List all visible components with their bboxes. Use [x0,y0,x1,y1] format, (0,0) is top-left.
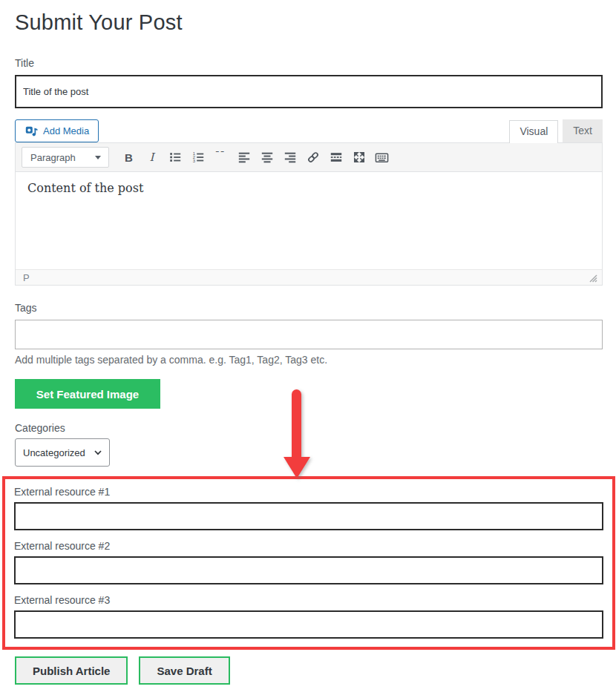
save-draft-button[interactable]: Save Draft [139,656,229,685]
publish-article-button[interactable]: Publish Article [15,656,128,685]
insert-link-button[interactable] [302,148,324,167]
external-resource-3-label: External resource #3 [14,594,603,606]
editor-mode-tabs: Visual Text [509,119,603,142]
bold-icon: B [125,151,133,164]
add-media-button[interactable]: Add Media [15,119,99,142]
numbered-list-button[interactable]: 1 2 3 [187,148,209,167]
resize-grabber-icon[interactable] [588,273,597,283]
paragraph-format-label: Paragraph [30,152,76,163]
post-title-input[interactable] [15,75,603,108]
external-resource-1-label: External resource #1 [14,486,603,498]
svg-text:3: 3 [192,159,194,163]
dropdown-caret-icon [94,154,102,161]
fullscreen-icon [353,151,366,164]
annotation-arrow-icon [283,389,310,478]
add-media-label: Add Media [43,125,89,136]
external-resources-highlight-box: External resource #1 External resource #… [2,476,615,650]
blockquote-icon: “ [214,151,227,163]
more-tag-icon [330,151,343,164]
more-tag-button[interactable] [325,148,347,167]
media-icon [24,125,38,138]
italic-icon: I [150,151,154,164]
tags-label: Tags [15,302,603,314]
keyboard-shortcuts-button[interactable] [371,148,393,167]
align-center-button[interactable] [256,148,278,167]
tags-input[interactable] [15,320,603,349]
page-title: Submit Your Post [15,10,603,35]
title-label: Title [15,57,603,69]
editor-toolbar: Paragraph B I 1 2 [16,143,602,172]
tab-visual[interactable]: Visual [509,120,558,143]
italic-button[interactable]: I [141,148,163,167]
align-right-icon [284,151,297,164]
numbered-list-icon: 1 2 3 [191,151,205,164]
external-resource-2-input[interactable] [14,556,603,584]
set-featured-image-button[interactable]: Set Featured Image [15,379,160,409]
categories-select[interactable]: Uncategorized [15,438,110,467]
editor-status-bar: P [16,269,602,285]
blockquote-button[interactable]: “ [210,148,232,167]
content-editor: Paragraph B I 1 2 [15,142,603,286]
media-row: Add Media Visual Text [15,119,603,142]
external-resource-2-label: External resource #2 [14,540,603,552]
align-left-icon [237,151,251,164]
chevron-down-icon [93,447,103,458]
bulleted-list-button[interactable] [164,148,186,167]
align-right-button[interactable] [279,148,301,167]
tab-text[interactable]: Text [563,119,603,142]
tags-help-text: Add multiple tags separated by a comma. … [15,354,603,366]
paragraph-format-dropdown[interactable]: Paragraph [22,147,109,168]
editor-content-area[interactable]: Content of the post [16,172,602,269]
categories-selected-value: Uncategorized [23,447,85,458]
form-actions: Publish Article Save Draft [15,656,603,685]
element-path[interactable]: P [23,272,30,283]
external-resource-1-input[interactable] [14,502,603,530]
bold-button[interactable]: B [118,148,140,167]
align-left-button[interactable] [233,148,255,167]
categories-label: Categories [15,422,603,434]
fullscreen-button[interactable] [348,148,370,167]
external-resource-3-input[interactable] [14,610,603,639]
submit-post-page: Submit Your Post Title Add Media Visual … [0,10,616,685]
bulleted-list-icon [168,151,182,164]
align-center-icon [261,151,274,164]
keyboard-icon [375,151,389,165]
link-icon [307,151,320,164]
